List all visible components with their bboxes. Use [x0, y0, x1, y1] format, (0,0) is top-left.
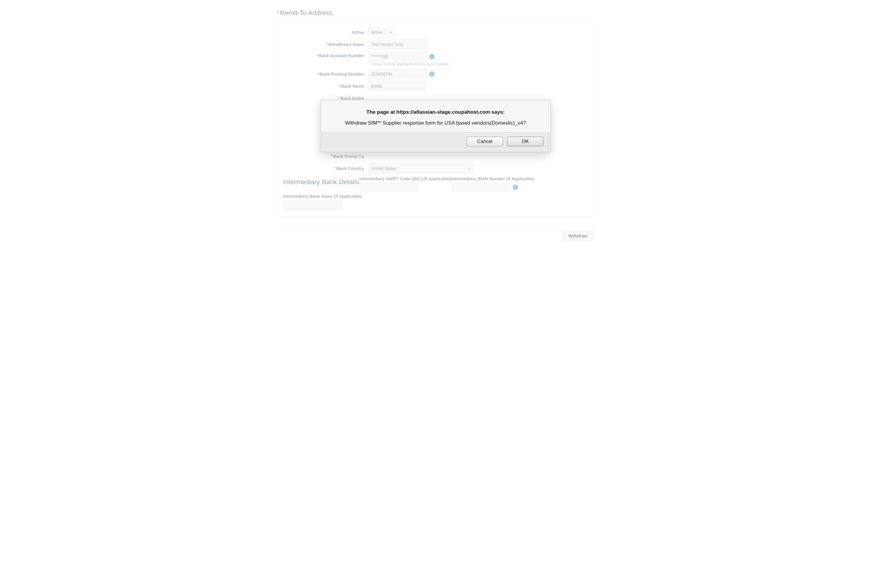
ok-button[interactable]: OK [507, 137, 543, 147]
dialog-message: Withdraw SIM** Supplier response form fo… [328, 120, 543, 126]
cancel-button[interactable]: Cancel [467, 137, 503, 147]
confirm-dialog: The page at https://atlassian-stage.coup… [320, 100, 551, 152]
dialog-title: The page at https://atlassian-stage.coup… [328, 109, 543, 115]
modal-overlay: The page at https://atlassian-stage.coup… [0, 0, 871, 259]
